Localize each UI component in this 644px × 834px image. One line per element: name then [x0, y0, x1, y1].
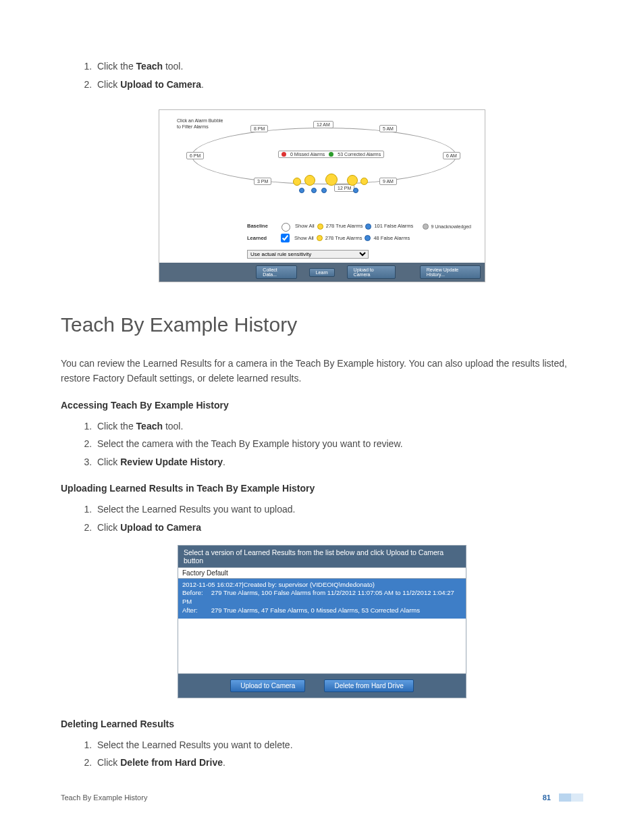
access-step-2: Select the camera with the Teach By Exam… [95, 435, 583, 453]
alarm-bubble[interactable] [321, 188, 327, 193]
deleting-subhead: Deleting Learned Results [61, 719, 583, 729]
filter-note: Click an Alarm Bubble to Filter Alarms [177, 118, 223, 130]
center-legend-box: 0 Missed Alarms 53 Corrected Alarms [278, 151, 384, 158]
baseline-show-all-radio[interactable] [281, 223, 290, 232]
result-before-line: Before: 279 True Alarms, 100 False Alarm… [182, 589, 462, 606]
time-3pm: 3 PM [254, 178, 271, 185]
upload-to-camera-button[interactable]: Upload to Camera [230, 679, 305, 692]
dot-icon [281, 152, 286, 157]
unacknowledged-badge: 9 Unacknowledged [423, 223, 471, 230]
review-update-history-button[interactable]: Review Update History... [420, 265, 481, 279]
learned-result-option-selected[interactable]: 2012-11-05 16:02:47|Created by: supervis… [178, 579, 466, 619]
uploading-steps: Select the Learned Results you want to u… [61, 500, 583, 536]
alarm-bubble[interactable] [311, 188, 317, 193]
access-step-3: Click Review Update History. [95, 453, 583, 471]
learn-button[interactable]: Learn [309, 268, 335, 277]
result-timestamp-line: 2012-11-05 16:02:47|Created by: supervis… [182, 581, 462, 590]
dialog-footer: Upload to Camera Delete from Hard Drive [178, 674, 466, 698]
time-12am: 12 AM [313, 121, 333, 128]
upload-step-1: Select the Learned Results you want to u… [95, 500, 583, 519]
baseline-row: Baseline Show All 278 True Alarms 101 Fa… [247, 221, 478, 232]
page-number: 81 [543, 793, 551, 802]
results-list: Factory Default 2012-11-05 16:02:47|Crea… [178, 567, 466, 674]
alarm-bubble[interactable] [299, 188, 304, 193]
accessing-subhead: Accessing Teach By Example History [61, 400, 583, 411]
access-step-1: Click the Teach tool. [95, 417, 583, 436]
learned-row: Learned Show All 278 True Alarms 48 Fals… [247, 232, 478, 244]
dot-icon [329, 152, 333, 157]
alarm-bubble[interactable] [353, 188, 358, 193]
alarm-bubble[interactable] [360, 178, 368, 185]
delete-from-hard-drive-button[interactable]: Delete from Hard Drive [324, 679, 413, 692]
delete-step-1: Select the Learned Results you want to d… [95, 736, 583, 754]
time-6am: 6 AM [443, 152, 460, 159]
time-6pm: 6 PM [186, 152, 204, 159]
section-heading: Teach By Example History [61, 313, 583, 336]
time-5am: 5 AM [379, 125, 397, 132]
uploading-subhead: Uploading Learned Results in Teach By Ex… [61, 483, 583, 494]
accessing-steps: Click the Teach tool. Select the camera … [61, 417, 583, 471]
alarm-bubble[interactable] [347, 175, 358, 186]
time-9am: 9 AM [379, 178, 397, 185]
alarm-bubble[interactable] [293, 178, 301, 186]
upload-to-camera-button[interactable]: Upload to Camera [347, 265, 396, 279]
upload-step-2: Click Upload to Camera [95, 519, 583, 537]
sensitivity-dropdown[interactable]: Use actual rule sensitivity [247, 250, 369, 259]
learned-results-dialog: Select a version of Learned Results from… [178, 545, 466, 698]
intro-paragraph: You can review the Learned Results for a… [61, 357, 583, 386]
result-after-line: After: 279 True Alarms, 47 False Alarms,… [182, 606, 462, 615]
fig1-toolbar: Collect Data... Learn Upload to Camera R… [159, 263, 485, 282]
dot-icon [317, 235, 323, 241]
dot-icon [365, 224, 371, 230]
dot-icon [365, 235, 371, 241]
dot-icon [423, 224, 429, 230]
page-footer: Teach By Example History 81 [61, 793, 583, 802]
collect-data-button[interactable]: Collect Data... [256, 265, 296, 279]
factory-default-option[interactable]: Factory Default [178, 568, 466, 579]
top-step-1: Click the Teach tool. [95, 57, 583, 76]
deleting-steps: Select the Learned Results you want to d… [61, 736, 583, 772]
learned-show-all-checkbox[interactable] [281, 234, 290, 242]
corner-decoration [559, 793, 583, 802]
alarm-clock-figure: Click an Alarm Bubble to Filter Alarms 6… [159, 109, 485, 282]
dot-icon [317, 224, 323, 230]
footer-title: Teach By Example History [61, 793, 147, 802]
delete-step-2: Click Delete from Hard Drive. [95, 754, 583, 772]
top-step-2: Click Upload to Camera. [95, 76, 583, 94]
time-8pm: 8 PM [250, 125, 268, 132]
dialog-header: Select a version of Learned Results from… [178, 546, 466, 567]
top-steps-list: Click the Teach tool. Click Upload to Ca… [61, 57, 583, 93]
